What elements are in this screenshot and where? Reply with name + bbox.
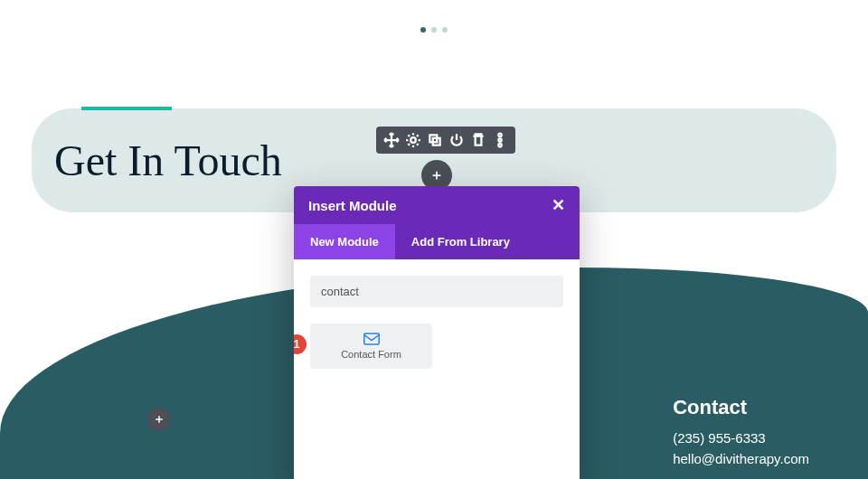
module-toolbar [376, 127, 515, 154]
envelope-icon [363, 333, 380, 345]
insert-module-modal: Insert Module ✕ New Module Add From Libr… [294, 186, 580, 479]
contact-heading: Contact [673, 396, 809, 419]
pagination-dot-3[interactable] [442, 27, 448, 33]
close-icon[interactable]: ✕ [552, 197, 565, 213]
contact-email: hello@divitherapy.com [673, 451, 809, 466]
svg-point-5 [498, 144, 501, 146]
module-grid: 1 Contact Form [310, 324, 563, 369]
hero-accent-bar [81, 107, 172, 110]
svg-point-3 [498, 134, 501, 136]
modal-title: Insert Module [308, 198, 397, 213]
hero-title: Get In Touch [54, 136, 282, 185]
tab-new-module[interactable]: New Module [294, 224, 395, 259]
trash-icon[interactable] [470, 132, 486, 148]
svg-point-0 [410, 137, 416, 143]
duplicate-icon[interactable] [427, 132, 443, 148]
modal-body: 1 Contact Form [294, 259, 580, 479]
svg-point-4 [498, 138, 501, 141]
module-contact-form[interactable]: 1 Contact Form [310, 324, 432, 369]
svg-rect-6 [363, 333, 379, 344]
more-icon[interactable] [492, 132, 508, 148]
step-badge-1: 1 [294, 334, 307, 354]
move-icon[interactable] [383, 132, 400, 148]
module-label: Contact Form [341, 349, 401, 360]
module-search-input[interactable] [310, 276, 563, 307]
tab-add-from-library[interactable]: Add From Library [395, 224, 526, 259]
gear-icon[interactable] [405, 132, 421, 148]
pagination-dots[interactable] [420, 27, 448, 33]
pagination-dot-1[interactable] [420, 27, 426, 33]
modal-header: Insert Module ✕ [294, 186, 580, 224]
pagination-dot-2[interactable] [431, 27, 437, 33]
contact-phone: (235) 955-6333 [673, 430, 809, 446]
contact-block: Contact (235) 955-6333 hello@divitherapy… [673, 396, 809, 472]
power-icon[interactable] [448, 132, 465, 148]
modal-tabs: New Module Add From Library [294, 224, 580, 259]
add-section-button[interactable] [147, 408, 171, 431]
